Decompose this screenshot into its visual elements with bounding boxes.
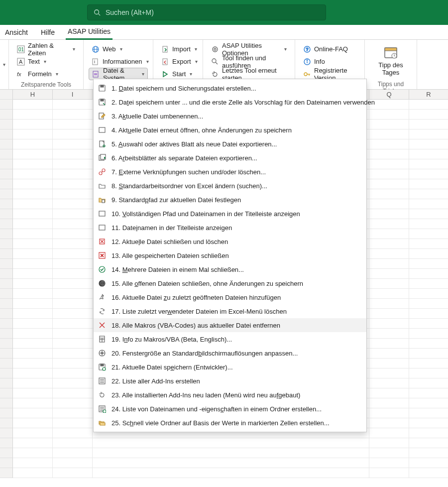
numbers-times-button[interactable]: 01 Zahlen & Zeiten▾ bbox=[14, 43, 78, 55]
check-icon bbox=[98, 265, 107, 274]
svg-line-45 bbox=[102, 171, 103, 172]
formulas-button[interactable]: fx Formeln▾ bbox=[14, 68, 78, 80]
search-input[interactable] bbox=[106, 8, 320, 16]
menu-item-label: 16. Aktuelle Datei zu zuletzt geöffneten… bbox=[112, 294, 281, 301]
menu-item-label: 20. Fenstergröße an Standardbildschirmau… bbox=[112, 350, 298, 357]
find-tool-button[interactable]: Tool finden und ausführen bbox=[208, 55, 290, 68]
menu-item[interactable]: 9. Standardpfad zur aktuellen Datei fest… bbox=[94, 193, 366, 207]
svg-text:?: ? bbox=[306, 47, 309, 52]
menu-item[interactable]: 17. Liste zuletzt verwendeter Dateien im… bbox=[94, 304, 366, 318]
menu-item[interactable]: 19. Info zu Makros/VBA (Beta, Englisch).… bbox=[94, 332, 366, 346]
chevron-down-icon: ▾ bbox=[73, 46, 75, 52]
chevron-down-icon: ▾ bbox=[120, 46, 122, 52]
menu-item[interactable]: 6. Arbeitsblätter als separate Dateien e… bbox=[94, 151, 366, 165]
svg-point-17 bbox=[214, 48, 216, 50]
col-header[interactable]: Q bbox=[369, 90, 409, 100]
menu-item[interactable]: 16. Aktuelle Datei zu zuletzt geöffneten… bbox=[94, 290, 366, 304]
svg-line-1 bbox=[99, 14, 101, 16]
export-button[interactable]: Export▾ bbox=[158, 55, 198, 68]
col-header[interactable]: I bbox=[53, 90, 93, 100]
import-icon bbox=[161, 45, 169, 53]
label: Tipp des bbox=[378, 62, 403, 69]
menu-item[interactable]: 5. Auswahl oder aktives Blatt als neue D… bbox=[94, 137, 366, 151]
menu-item-label: 19. Info zu Makros/VBA (Beta, Englisch).… bbox=[112, 336, 232, 343]
folders-icon bbox=[98, 418, 107, 427]
menu-item[interactable]: 4. Aktuelle Datei erneut öffnen, ohne Än… bbox=[94, 123, 366, 137]
menu-item[interactable]: 13. Alle gespeicherten Dateien schließen bbox=[94, 248, 366, 262]
folder-icon bbox=[98, 181, 107, 190]
svg-text:i: i bbox=[94, 59, 95, 64]
svg-rect-13 bbox=[94, 73, 97, 75]
menu-item[interactable]: 7. Externe Verknüpfungen suchen und/oder… bbox=[94, 165, 366, 179]
menu-item-label: 5. Auswahl oder aktives Blatt als neue D… bbox=[112, 140, 277, 148]
export-icon bbox=[161, 58, 169, 66]
xred-icon bbox=[98, 251, 107, 260]
menu-item[interactable]: 23. Alle installierten Add-Ins neu laden… bbox=[94, 388, 366, 402]
chevron-down-icon: ▾ bbox=[56, 71, 58, 77]
chevron-down-icon: ▾ bbox=[195, 59, 198, 64]
redo-icon bbox=[211, 70, 219, 78]
folderfile-icon bbox=[98, 195, 107, 204]
menu-item[interactable]: 3. Aktuelle Datei umbenennen... bbox=[94, 109, 366, 123]
svg-rect-48 bbox=[99, 225, 105, 230]
menu-item-label: 4. Aktuelle Datei erneut öffnen, ohne Än… bbox=[112, 126, 292, 134]
menu-item-label: 24. Liste von Dateinamen und -eigenschaf… bbox=[112, 405, 322, 413]
menu-item-label: 18. Alle Makros (VBA-Codes) aus aktuelle… bbox=[112, 322, 280, 329]
ribbon-tabs: Ansicht Hilfe ASAP Utilities bbox=[0, 25, 448, 40]
box-icon bbox=[98, 125, 107, 134]
information-button[interactable]: i Informationen▾ bbox=[89, 55, 148, 68]
col-header[interactable]: R bbox=[409, 90, 448, 100]
calc-icon bbox=[98, 335, 107, 344]
svg-rect-36 bbox=[101, 99, 104, 101]
info-icon bbox=[303, 58, 311, 66]
info-button[interactable]: Info bbox=[300, 55, 359, 68]
file-system-menu: 1. Datei speichern und Sicherungsdatei e… bbox=[93, 79, 367, 432]
svg-point-24 bbox=[307, 60, 307, 60]
menu-item[interactable]: 10. Vollständigen Pfad und Dateinamen in… bbox=[94, 207, 366, 221]
tip-of-day-button[interactable]: Tipp des Tages bbox=[370, 43, 412, 80]
online-faq-button[interactable]: ? Online-FAQ bbox=[300, 43, 359, 55]
list-icon bbox=[98, 376, 107, 385]
menu-item[interactable]: 22. Liste aller Add-Ins erstellen bbox=[94, 374, 366, 388]
menu-item-label: 17. Liste zuletzt verwendeter Dateien im… bbox=[112, 308, 287, 315]
menu-item-label: 15. Alle offenen Dateien schließen, ohne… bbox=[112, 280, 303, 287]
menu-item[interactable]: 1. Datei speichern und Sicherungsdatei e… bbox=[94, 81, 366, 95]
svg-text:ⓘ: ⓘ bbox=[101, 281, 105, 286]
svg-rect-29 bbox=[385, 48, 397, 51]
label: Tages bbox=[382, 69, 400, 77]
menu-item[interactable]: 14. Mehrere Dateien in einem Mal schließ… bbox=[94, 262, 366, 276]
text-button[interactable]: A Text▾ bbox=[14, 55, 78, 68]
menu-item[interactable]: 2. Datei speichern unter ... und die ers… bbox=[94, 95, 366, 109]
menu-item[interactable]: 24. Liste von Dateinamen und -eigenschaf… bbox=[94, 402, 366, 416]
menu-item[interactable]: 11. Dateinamen in der Titelleiste anzeig… bbox=[94, 221, 366, 235]
svg-point-18 bbox=[212, 59, 216, 63]
svg-line-19 bbox=[216, 62, 218, 64]
svg-text:A: A bbox=[19, 59, 23, 65]
menu-item[interactable]: 8. Standardarbeitsordner von Excel änder… bbox=[94, 179, 366, 193]
menu-item[interactable]: 20. Fenstergröße an Standardbildschirmau… bbox=[94, 346, 366, 360]
menu-item-label: 2. Datei speichern unter ... und die ers… bbox=[112, 99, 375, 106]
chevron-down-icon: ▾ bbox=[142, 71, 144, 77]
tab-help[interactable]: Hilfe bbox=[39, 26, 57, 39]
chevron-down-icon: ▾ bbox=[44, 59, 46, 64]
label: Info bbox=[314, 58, 325, 65]
pin-icon bbox=[98, 293, 107, 302]
menu-item[interactable]: 21. Aktuelle Datei speichern (Entwickler… bbox=[94, 360, 366, 374]
sheets-icon bbox=[98, 153, 107, 162]
menu-item[interactable]: 12. Aktuelle Datei schließen und löschen bbox=[94, 235, 366, 248]
import-button[interactable]: Import▾ bbox=[158, 43, 198, 55]
ribbon-prev-group[interactable]: ▾ bbox=[0, 40, 9, 89]
chevron-down-icon: ▾ bbox=[146, 59, 149, 64]
tab-view[interactable]: Ansicht bbox=[3, 26, 30, 39]
menu-item[interactable]: 25. Schnell viele Ordner auf Basis der W… bbox=[94, 416, 366, 430]
label: Start bbox=[172, 70, 186, 78]
tab-asap-utilities[interactable]: ASAP Utilities bbox=[66, 25, 112, 40]
search-box[interactable] bbox=[87, 4, 326, 20]
col-header[interactable]: H bbox=[13, 90, 53, 100]
asap-options-button[interactable]: ASAP Utilities Optionen▾ bbox=[208, 43, 290, 55]
menu-item[interactable]: ⓘ15. Alle offenen Dateien schließen, ohn… bbox=[94, 276, 366, 290]
menu-item[interactable]: 18. Alle Makros (VBA-Codes) aus aktuelle… bbox=[94, 318, 366, 332]
search-icon bbox=[94, 9, 101, 16]
ribbon-group-tips: Tipp des Tages Tipps und Tricks bbox=[365, 40, 417, 89]
web-button[interactable]: Web▾ bbox=[89, 43, 148, 55]
